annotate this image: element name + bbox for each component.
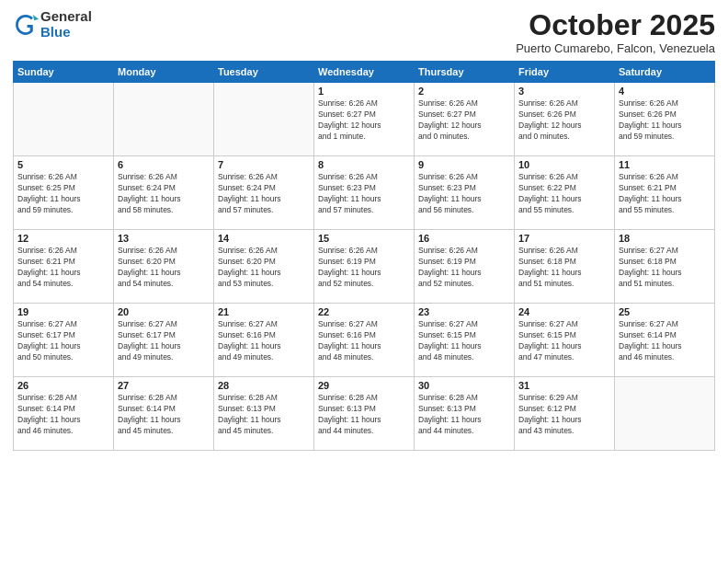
day-number: 3 bbox=[518, 86, 610, 97]
day-cell: 5Sunrise: 6:26 AM Sunset: 6:25 PM Daylig… bbox=[14, 156, 114, 230]
day-info: Sunrise: 6:27 AM Sunset: 6:14 PM Dayligh… bbox=[619, 319, 711, 363]
day-cell: 18Sunrise: 6:27 AM Sunset: 6:18 PM Dayli… bbox=[615, 230, 715, 304]
week-row-4: 26Sunrise: 6:28 AM Sunset: 6:14 PM Dayli… bbox=[14, 377, 715, 451]
day-number: 5 bbox=[17, 159, 109, 170]
day-cell: 10Sunrise: 6:26 AM Sunset: 6:22 PM Dayli… bbox=[515, 156, 615, 230]
day-cell bbox=[114, 83, 214, 156]
day-number: 9 bbox=[418, 159, 510, 170]
day-info: Sunrise: 6:27 AM Sunset: 6:15 PM Dayligh… bbox=[418, 319, 510, 363]
day-info: Sunrise: 6:26 AM Sunset: 6:26 PM Dayligh… bbox=[518, 98, 610, 143]
week-row-2: 12Sunrise: 6:26 AM Sunset: 6:21 PM Dayli… bbox=[14, 230, 715, 304]
day-number: 2 bbox=[418, 86, 510, 97]
day-number: 26 bbox=[17, 380, 109, 391]
day-cell: 31Sunrise: 6:29 AM Sunset: 6:12 PM Dayli… bbox=[515, 377, 615, 451]
logo-general: General bbox=[40, 9, 92, 25]
day-number: 17 bbox=[518, 233, 610, 244]
logo-icon bbox=[13, 12, 39, 38]
day-number: 1 bbox=[318, 86, 410, 97]
day-info: Sunrise: 6:28 AM Sunset: 6:14 PM Dayligh… bbox=[17, 393, 109, 437]
day-number: 21 bbox=[218, 306, 310, 317]
day-cell bbox=[14, 83, 114, 156]
day-number: 22 bbox=[318, 306, 410, 317]
logo: General Blue bbox=[13, 9, 92, 40]
day-info: Sunrise: 6:27 AM Sunset: 6:17 PM Dayligh… bbox=[17, 319, 109, 363]
day-cell: 29Sunrise: 6:28 AM Sunset: 6:13 PM Dayli… bbox=[314, 377, 415, 451]
day-number: 12 bbox=[17, 233, 109, 244]
day-info: Sunrise: 6:26 AM Sunset: 6:27 PM Dayligh… bbox=[418, 98, 510, 143]
day-number: 25 bbox=[619, 306, 711, 317]
day-info: Sunrise: 6:27 AM Sunset: 6:17 PM Dayligh… bbox=[118, 319, 210, 363]
day-cell: 28Sunrise: 6:28 AM Sunset: 6:13 PM Dayli… bbox=[214, 377, 314, 451]
day-cell: 26Sunrise: 6:28 AM Sunset: 6:14 PM Dayli… bbox=[14, 377, 114, 451]
day-cell: 19Sunrise: 6:27 AM Sunset: 6:17 PM Dayli… bbox=[14, 304, 114, 377]
day-cell: 15Sunrise: 6:26 AM Sunset: 6:19 PM Dayli… bbox=[314, 230, 415, 304]
day-cell: 22Sunrise: 6:27 AM Sunset: 6:16 PM Dayli… bbox=[314, 304, 415, 377]
day-cell: 17Sunrise: 6:26 AM Sunset: 6:18 PM Dayli… bbox=[515, 230, 615, 304]
day-info: Sunrise: 6:27 AM Sunset: 6:18 PM Dayligh… bbox=[619, 246, 711, 290]
day-number: 19 bbox=[17, 306, 109, 317]
day-info: Sunrise: 6:26 AM Sunset: 6:27 PM Dayligh… bbox=[318, 98, 410, 143]
day-info: Sunrise: 6:26 AM Sunset: 6:21 PM Dayligh… bbox=[619, 172, 711, 216]
location-subtitle: Puerto Cumarebo, Falcon, Venezuela bbox=[516, 41, 715, 55]
day-cell: 2Sunrise: 6:26 AM Sunset: 6:27 PM Daylig… bbox=[415, 83, 515, 156]
day-info: Sunrise: 6:29 AM Sunset: 6:12 PM Dayligh… bbox=[518, 393, 610, 437]
day-number: 8 bbox=[318, 159, 410, 170]
calendar-table: SundayMondayTuesdayWednesdayThursdayFrid… bbox=[13, 61, 715, 451]
day-info: Sunrise: 6:26 AM Sunset: 6:23 PM Dayligh… bbox=[318, 172, 410, 216]
day-info: Sunrise: 6:26 AM Sunset: 6:22 PM Dayligh… bbox=[518, 172, 610, 216]
day-cell: 1Sunrise: 6:26 AM Sunset: 6:27 PM Daylig… bbox=[314, 83, 415, 156]
day-cell: 3Sunrise: 6:26 AM Sunset: 6:26 PM Daylig… bbox=[515, 83, 615, 156]
day-info: Sunrise: 6:27 AM Sunset: 6:15 PM Dayligh… bbox=[518, 319, 610, 363]
day-number: 20 bbox=[118, 306, 210, 317]
day-cell: 12Sunrise: 6:26 AM Sunset: 6:21 PM Dayli… bbox=[14, 230, 114, 304]
day-cell: 23Sunrise: 6:27 AM Sunset: 6:15 PM Dayli… bbox=[415, 304, 515, 377]
day-info: Sunrise: 6:26 AM Sunset: 6:20 PM Dayligh… bbox=[118, 246, 210, 290]
header-row: SundayMondayTuesdayWednesdayThursdayFrid… bbox=[14, 62, 715, 83]
day-info: Sunrise: 6:26 AM Sunset: 6:24 PM Dayligh… bbox=[118, 172, 210, 216]
day-cell: 27Sunrise: 6:28 AM Sunset: 6:14 PM Dayli… bbox=[114, 377, 214, 451]
col-header-friday: Friday bbox=[515, 62, 615, 83]
day-info: Sunrise: 6:27 AM Sunset: 6:16 PM Dayligh… bbox=[318, 319, 410, 363]
day-cell: 6Sunrise: 6:26 AM Sunset: 6:24 PM Daylig… bbox=[114, 156, 214, 230]
day-cell: 9Sunrise: 6:26 AM Sunset: 6:23 PM Daylig… bbox=[415, 156, 515, 230]
day-number: 6 bbox=[118, 159, 210, 170]
day-number: 13 bbox=[118, 233, 210, 244]
day-cell: 24Sunrise: 6:27 AM Sunset: 6:15 PM Dayli… bbox=[515, 304, 615, 377]
day-cell: 11Sunrise: 6:26 AM Sunset: 6:21 PM Dayli… bbox=[615, 156, 715, 230]
day-cell bbox=[615, 377, 715, 451]
day-number: 14 bbox=[218, 233, 310, 244]
title-section: October 2025 Puerto Cumarebo, Falcon, Ve… bbox=[516, 9, 715, 55]
logo-blue: Blue bbox=[40, 25, 92, 40]
day-info: Sunrise: 6:26 AM Sunset: 6:23 PM Dayligh… bbox=[418, 172, 510, 216]
day-info: Sunrise: 6:26 AM Sunset: 6:25 PM Dayligh… bbox=[17, 172, 109, 216]
day-info: Sunrise: 6:26 AM Sunset: 6:20 PM Dayligh… bbox=[218, 246, 310, 290]
day-cell: 8Sunrise: 6:26 AM Sunset: 6:23 PM Daylig… bbox=[314, 156, 415, 230]
day-number: 15 bbox=[318, 233, 410, 244]
col-header-monday: Monday bbox=[114, 62, 214, 83]
week-row-1: 5Sunrise: 6:26 AM Sunset: 6:25 PM Daylig… bbox=[14, 156, 715, 230]
day-cell: 25Sunrise: 6:27 AM Sunset: 6:14 PM Dayli… bbox=[615, 304, 715, 377]
header: General Blue October 2025 Puerto Cumareb… bbox=[13, 9, 715, 55]
day-cell: 4Sunrise: 6:26 AM Sunset: 6:26 PM Daylig… bbox=[615, 83, 715, 156]
day-info: Sunrise: 6:26 AM Sunset: 6:21 PM Dayligh… bbox=[17, 246, 109, 290]
day-number: 28 bbox=[218, 380, 310, 391]
day-info: Sunrise: 6:28 AM Sunset: 6:13 PM Dayligh… bbox=[318, 393, 410, 437]
day-cell: 30Sunrise: 6:28 AM Sunset: 6:13 PM Dayli… bbox=[415, 377, 515, 451]
col-header-sunday: Sunday bbox=[14, 62, 114, 83]
day-info: Sunrise: 6:26 AM Sunset: 6:18 PM Dayligh… bbox=[518, 246, 610, 290]
page: General Blue October 2025 Puerto Cumareb… bbox=[0, 0, 728, 563]
day-number: 4 bbox=[619, 86, 711, 97]
day-info: Sunrise: 6:26 AM Sunset: 6:19 PM Dayligh… bbox=[418, 246, 510, 290]
day-number: 7 bbox=[218, 159, 310, 170]
day-info: Sunrise: 6:26 AM Sunset: 6:24 PM Dayligh… bbox=[218, 172, 310, 216]
month-title: October 2025 bbox=[516, 9, 715, 41]
col-header-thursday: Thursday bbox=[415, 62, 515, 83]
day-cell: 14Sunrise: 6:26 AM Sunset: 6:20 PM Dayli… bbox=[214, 230, 314, 304]
day-number: 11 bbox=[619, 159, 711, 170]
day-number: 10 bbox=[518, 159, 610, 170]
logo-text: General Blue bbox=[40, 9, 92, 40]
day-info: Sunrise: 6:27 AM Sunset: 6:16 PM Dayligh… bbox=[218, 319, 310, 363]
day-info: Sunrise: 6:28 AM Sunset: 6:13 PM Dayligh… bbox=[218, 393, 310, 437]
col-header-tuesday: Tuesday bbox=[214, 62, 314, 83]
col-header-wednesday: Wednesday bbox=[314, 62, 415, 83]
